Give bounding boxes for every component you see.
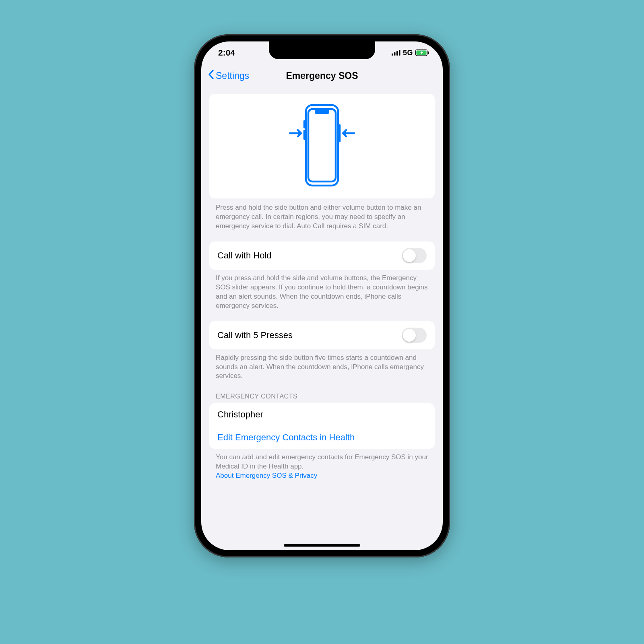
call-with-hold-footer: If you press and hold the side and volum… — [201, 274, 443, 311]
back-button[interactable]: Settings — [208, 70, 249, 82]
phone-frame: 2:04 5G Settings — [194, 34, 450, 557]
svg-rect-3 — [399, 50, 400, 56]
svg-rect-8 — [308, 109, 336, 182]
home-indicator[interactable] — [284, 544, 360, 547]
notch — [269, 41, 375, 59]
hero-footer: Press and hold the side button and eithe… — [201, 203, 443, 231]
contact-row[interactable]: Christopher — [209, 403, 435, 426]
call-with-hold-toggle[interactable] — [402, 248, 427, 263]
edit-contacts-button[interactable]: Edit Emergency Contacts in Health — [209, 426, 435, 449]
content: Press and hold the side button and eithe… — [201, 94, 443, 505]
contacts-list: Christopher Edit Emergency Contacts in H… — [209, 403, 435, 449]
hero-illustration — [209, 94, 435, 198]
svg-rect-0 — [392, 54, 393, 56]
network-label: 5G — [403, 49, 413, 57]
call-with-5-presses-footer: Rapidly pressing the side button five ti… — [201, 353, 443, 381]
chevron-left-icon — [208, 70, 214, 82]
cellular-signal-icon — [392, 50, 400, 56]
contacts-footer: You can add and edit emergency contacts … — [201, 453, 443, 481]
nav-bar: Settings Emergency SOS — [201, 64, 443, 87]
call-with-hold-label: Call with Hold — [217, 250, 272, 261]
call-with-5-presses-label: Call with 5 Presses — [217, 330, 293, 341]
privacy-link[interactable]: About Emergency SOS & Privacy — [216, 472, 317, 479]
svg-rect-2 — [396, 51, 398, 56]
svg-rect-6 — [428, 52, 429, 54]
call-with-hold-row: Call with Hold — [209, 242, 435, 270]
contacts-header: EMERGENCY CONTACTS — [201, 393, 443, 400]
call-with-5-presses-row: Call with 5 Presses — [209, 321, 435, 349]
call-with-5-presses-toggle[interactable] — [402, 328, 427, 343]
svg-rect-1 — [394, 52, 396, 56]
contacts-footer-text: You can add and edit emergency contacts … — [216, 453, 428, 470]
screen: 2:04 5G Settings — [201, 41, 443, 550]
back-label: Settings — [216, 70, 249, 81]
status-time: 2:04 — [218, 48, 235, 58]
phone-press-illustration-icon — [278, 101, 366, 191]
svg-rect-7 — [306, 105, 338, 186]
battery-charging-icon — [415, 50, 429, 56]
